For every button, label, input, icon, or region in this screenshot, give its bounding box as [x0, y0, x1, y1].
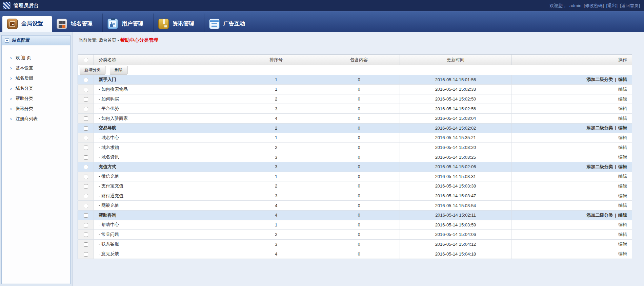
edit-link[interactable]: 编辑: [618, 203, 627, 208]
content-count-cell: 0: [318, 123, 400, 133]
main-content: 当前位置: 后台首页 - 帮助中心分类管理 分类名称 排序号 包含内容 更新时间…: [73, 32, 644, 286]
operations-cell: 编辑: [511, 104, 632, 114]
update-time-cell: 2016-05-14 15:03:25: [400, 152, 511, 162]
username: admin: [569, 3, 581, 8]
tab-ads-interaction[interactable]: 广告互动: [204, 16, 255, 32]
edit-link[interactable]: 编辑: [618, 145, 627, 150]
update-time-cell: 2016-05-14 15:02:06: [400, 162, 511, 172]
edit-link[interactable]: 编辑: [618, 222, 627, 227]
edit-link[interactable]: 编辑: [618, 164, 627, 169]
sidebar-item[interactable]: ›域名后缀: [2, 73, 70, 83]
row-checkbox[interactable]: [84, 107, 88, 111]
operations-cell: 编辑: [511, 191, 632, 201]
chevron-right-icon: ›: [10, 106, 12, 111]
tab-user-management[interactable]: 用户管理: [103, 16, 154, 32]
add-category-button[interactable]: 新增分类: [80, 66, 105, 74]
table-row: - 帮助中心102016-05-14 15:03:59编辑: [78, 220, 632, 230]
row-checkbox[interactable]: [84, 165, 88, 169]
edit-link[interactable]: 编辑: [618, 96, 627, 102]
table-row: - 如何购买202016-05-14 15:02:50编辑: [78, 94, 632, 104]
tab-global-settings[interactable]: 全局设置: [2, 16, 52, 32]
sidebar-item[interactable]: ›基本设置: [2, 63, 70, 73]
edit-link[interactable]: 编辑: [618, 193, 627, 198]
row-checkbox[interactable]: [84, 126, 88, 131]
edit-link[interactable]: 编辑: [618, 77, 627, 82]
back-home-link[interactable]: [返回首页]: [620, 3, 640, 9]
app-logo-icon: [3, 2, 11, 9]
row-checkbox-cell: [78, 249, 94, 259]
update-time-cell: 2016-05-14 15:02:56: [400, 104, 511, 114]
sidebar-item[interactable]: ›注册商列表: [2, 114, 70, 124]
category-name-cell: - 域名资讯: [94, 152, 234, 162]
row-checkbox[interactable]: [84, 233, 88, 237]
edit-link[interactable]: 编辑: [618, 232, 627, 237]
row-checkbox[interactable]: [84, 184, 88, 189]
content-count-cell: 0: [318, 220, 400, 230]
edit-link[interactable]: 编辑: [618, 87, 627, 92]
delete-button[interactable]: 删除: [110, 66, 127, 74]
domain-management-icon: [57, 19, 67, 29]
sidebar-item[interactable]: ›帮助分类: [2, 93, 70, 104]
row-checkbox[interactable]: [84, 194, 88, 198]
row-checkbox[interactable]: [84, 223, 88, 227]
row-checkbox[interactable]: [84, 116, 88, 121]
content-count-cell: 0: [318, 142, 400, 152]
operations-cell: 添加二级分类|编辑: [511, 75, 632, 85]
edit-link[interactable]: 编辑: [618, 241, 627, 246]
add-subcategory-link[interactable]: 添加二级分类: [586, 164, 613, 169]
row-checkbox[interactable]: [84, 88, 88, 92]
edit-link[interactable]: 编辑: [618, 116, 627, 121]
edit-link[interactable]: 编辑: [618, 213, 627, 218]
change-password-link[interactable]: [修改密码]: [584, 3, 604, 9]
sidebar-item-label: 注册商列表: [16, 116, 38, 122]
app-title: 管理员后台: [14, 3, 39, 9]
sidebar-section-title: 站点配置: [12, 37, 30, 43]
sidebar-item[interactable]: ›域名分类: [2, 83, 70, 93]
row-checkbox[interactable]: [84, 136, 88, 140]
sidebar-item-label: 帮助分类: [16, 95, 33, 102]
row-checkbox[interactable]: [84, 78, 88, 82]
chevron-right-icon: ›: [10, 86, 12, 91]
row-checkbox-cell: [78, 133, 94, 143]
table-row: - 域名求购202016-05-14 15:03:20编辑: [78, 142, 632, 152]
edit-link[interactable]: 编辑: [618, 135, 627, 140]
category-name-cell: - 联系客服: [94, 239, 234, 249]
edit-link[interactable]: 编辑: [618, 154, 627, 159]
logout-link[interactable]: [退出]: [606, 3, 618, 9]
row-checkbox[interactable]: [84, 242, 88, 247]
table-row: - 常见问题202016-05-14 15:04:06编辑: [78, 230, 632, 240]
row-checkbox[interactable]: [84, 146, 88, 150]
row-checkbox[interactable]: [84, 204, 88, 208]
content-count-cell: 0: [318, 249, 400, 259]
tab-news-management[interactable]: 资讯管理: [154, 16, 204, 32]
sidebar-item[interactable]: ›资讯分类: [2, 104, 70, 114]
divider: [77, 50, 631, 50]
row-checkbox[interactable]: [84, 97, 88, 102]
select-all-checkbox[interactable]: [84, 58, 88, 62]
edit-link[interactable]: 编辑: [618, 106, 627, 111]
sidebar-section-header[interactable]: − 站点配置: [2, 36, 70, 45]
tab-label: 全局设置: [21, 20, 43, 27]
row-checkbox[interactable]: [84, 213, 88, 218]
edit-link[interactable]: 编辑: [618, 251, 627, 256]
table-header-row: 分类名称 排序号 包含内容 更新时间 操作: [78, 54, 632, 65]
sidebar-item[interactable]: ›欢 迎 页: [2, 53, 70, 63]
row-checkbox[interactable]: [84, 252, 88, 257]
category-name-cell: - 帮助中心: [94, 220, 234, 230]
edit-link[interactable]: 编辑: [618, 125, 627, 130]
update-time-cell: 2016-05-14 15:03:47: [400, 191, 511, 201]
row-checkbox[interactable]: [84, 175, 88, 179]
news-management-icon: [158, 19, 169, 29]
category-name-cell: 交易导航: [94, 123, 234, 133]
sort-number-cell: 2: [234, 181, 318, 191]
add-subcategory-link[interactable]: 添加二级分类: [586, 213, 613, 218]
add-subcategory-link[interactable]: 添加二级分类: [586, 125, 613, 130]
sort-number-cell: 2: [234, 142, 318, 152]
add-subcategory-link[interactable]: 添加二级分类: [586, 77, 613, 82]
edit-link[interactable]: 编辑: [618, 174, 627, 179]
content-count-cell: 0: [318, 210, 400, 220]
tab-domain-management[interactable]: 域名管理: [52, 16, 103, 32]
row-checkbox[interactable]: [84, 155, 88, 160]
edit-link[interactable]: 编辑: [618, 183, 627, 189]
collapse-icon[interactable]: −: [5, 38, 9, 43]
